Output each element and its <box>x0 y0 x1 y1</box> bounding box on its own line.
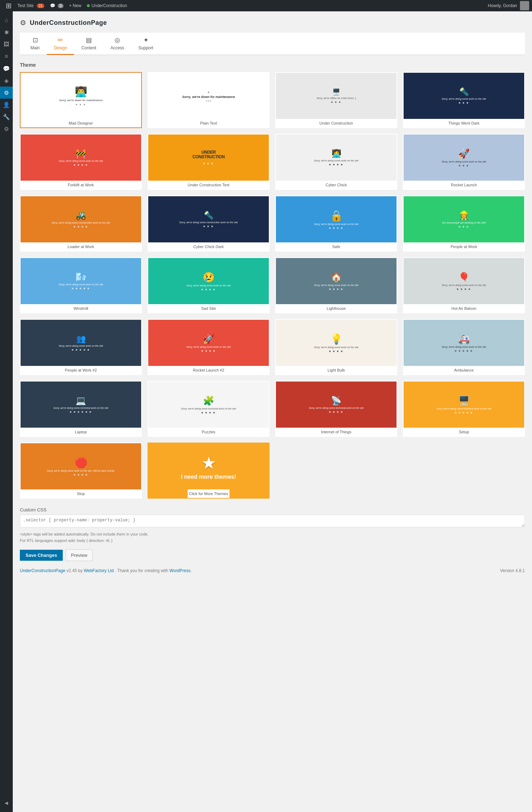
theme-rocket-launch[interactable]: 🚀 Sorry, we're doing some work on the si… <box>403 134 525 190</box>
tab-design[interactable]: ✏ Design <box>47 33 74 55</box>
theme-thumb-sad-site: 😢 Sorry, we're doing some work on the si… <box>148 258 269 304</box>
wp-logo[interactable]: ⊞ <box>3 0 15 11</box>
theme-name-safe: Safe <box>276 242 397 251</box>
custom-css-note-line2: For RTL languages support add: body { di… <box>20 538 112 543</box>
theme-loader[interactable]: 🚜 Sorry, we're doing some construction w… <box>20 196 142 252</box>
theme-things-went-dark[interactable]: 🔦 Sorry, we're doing some work on the si… <box>403 72 525 128</box>
theme-sad-site[interactable]: 😢 Sorry, we're doing some work on the si… <box>148 257 270 313</box>
tab-main[interactable]: ⊡ Main <box>23 33 47 55</box>
theme-setup[interactable]: 🖥️ Sorry, we're doing some technical wor… <box>403 381 525 437</box>
theme-name-sad-site: Sad Site <box>148 304 269 313</box>
theme-windmill[interactable]: 🌬️ Sorry, we're doing some work on the s… <box>20 257 142 313</box>
theme-thumb-people-at-work: 👷 Our best people are working on the sit… <box>404 196 524 242</box>
custom-css-section: Custom CSS <style> tags will be added au… <box>20 507 525 544</box>
theme-thumb-lighthouse: 🏠 Sorry, we're doing some work on the si… <box>276 258 397 304</box>
comment-icon: 💬 <box>50 3 55 8</box>
theme-lighthouse[interactable]: 🏠 Sorry, we're doing some work on the si… <box>275 257 397 313</box>
plugin-title: UnderConstructionPage <box>30 19 107 27</box>
user-avatar[interactable] <box>520 1 529 10</box>
site-name-link[interactable]: Test Site 21 <box>15 0 47 11</box>
theme-safe[interactable]: 🔒 Sorry, we're doing some work on the si… <box>275 196 397 252</box>
sidebar-item-plugins[interactable]: ⚙ <box>0 87 13 99</box>
sidebar-item-tools[interactable]: 🔧 <box>0 111 13 123</box>
tab-support-label: Support <box>138 45 153 50</box>
theme-name-laptop: Laptop <box>21 428 141 436</box>
tab-content-icon: ▤ <box>86 36 92 44</box>
tab-access[interactable]: ◎ Access <box>103 33 131 55</box>
sidebar-item-posts[interactable]: ✱ <box>0 26 13 38</box>
theme-thumb-forklift: 🚧 Sorry, we're doing some work on the si… <box>21 135 141 181</box>
plugin-link[interactable]: UnderConstruction <box>84 0 130 11</box>
tab-main-label: Main <box>31 45 40 50</box>
theme-thumb-laptop: 💻 Sorry, we're doing some technical work… <box>21 382 141 428</box>
theme-name-things-went-dark: Things Went Dark <box>404 119 524 127</box>
theme-stop[interactable]: 🛑 Sorry, we're doing some work on the si… <box>20 443 142 499</box>
admin-bar: ⊞ Test Site 21 💬 0 + New UnderConstructi… <box>0 0 532 11</box>
comments-link[interactable]: 💬 0 <box>47 0 66 11</box>
theme-laptop[interactable]: 💻 Sorry, we're doing some technical work… <box>20 381 142 437</box>
theme-hot-air-baloon[interactable]: 🎈 Sorry, we're doing some work on the si… <box>403 257 525 313</box>
theme-name-setup: Setup <box>404 428 524 436</box>
preview-button[interactable]: Preview <box>66 549 93 561</box>
sidebar-item-dashboard[interactable]: ⌂ <box>0 14 13 26</box>
tab-support[interactable]: ✦ Support <box>131 33 160 55</box>
footer-webfactory-link[interactable]: WebFactory Ltd <box>84 568 113 573</box>
theme-name-light-bulb: Light Bulb <box>276 366 397 374</box>
tab-main-icon: ⊡ <box>33 36 38 44</box>
sidebar-item-comments[interactable]: 💬 <box>0 62 13 75</box>
plugin-header: ⚙ UnderConstructionPage <box>20 18 525 27</box>
theme-name-plain-text: Plain Text <box>148 119 269 127</box>
sidebar-item-users[interactable]: 👤 <box>0 99 13 111</box>
theme-internet-of-things[interactable]: 📡 Sorry, we're doing some technical work… <box>275 381 397 437</box>
sidebar-item-pages[interactable]: ≡ <box>0 50 13 62</box>
theme-thumb-people-at-work-2: 👥 Sorry, we're doing some work on the si… <box>21 320 141 366</box>
theme-cyber-chick[interactable]: 👩‍💻 Sorry, we're doing some work on the … <box>275 134 397 190</box>
plugin-icon: ⚙ <box>20 18 26 27</box>
footer-plugin-link[interactable]: UnderConstructionPage <box>20 568 65 573</box>
theme-name-puzzles: Puzzles <box>148 428 269 436</box>
theme-thumb-rocket-launch-2: 🚀 Sorry, we're doing some work on the si… <box>148 320 269 366</box>
theme-mad-designer[interactable]: 👨‍💻 Sorry, we're down for maintenance ■ … <box>20 72 142 128</box>
new-content-link[interactable]: + New <box>66 0 84 11</box>
theme-thumb-plain-text: ● Sorry, we're down for maintenance ■ ■ … <box>148 73 269 119</box>
comments-badge: 0 <box>58 4 63 8</box>
theme-forklift[interactable]: 🚧 Sorry, we're doing some work on the si… <box>20 134 142 190</box>
admin-footer: UnderConstructionPage v2.45 by WebFactor… <box>20 568 525 573</box>
theme-name-people-at-work: People at Work <box>404 242 524 251</box>
plugin-name: UnderConstruction <box>92 3 127 8</box>
theme-people-at-work-2[interactable]: 👥 Sorry, we're doing some work on the si… <box>20 319 142 375</box>
theme-puzzles[interactable]: 🧩 Sorry, we're doing some technical work… <box>148 381 270 437</box>
save-changes-button[interactable]: Save Changes <box>20 550 63 561</box>
sidebar-item-settings[interactable]: ⚙ <box>0 123 13 135</box>
sidebar-item-media[interactable]: 🖼 <box>0 38 13 50</box>
theme-cyber-chick-dark[interactable]: 🔦 Sorry, we're doing some construction w… <box>148 196 270 252</box>
theme-more-themes[interactable]: ★ I need more themes! Click for More The… <box>148 443 270 499</box>
theme-thumb-mad-designer: 👨‍💻 Sorry, we're down for maintenance ■ … <box>21 73 141 119</box>
theme-thumb-loader: 🚜 Sorry, we're doing some construction w… <box>21 196 141 242</box>
theme-people-at-work[interactable]: 👷 Our best people are working on the sit… <box>403 196 525 252</box>
theme-ambulance[interactable]: 🚑 Sorry, we're doing some work on the si… <box>403 319 525 375</box>
tab-support-icon: ✦ <box>143 36 149 44</box>
footer-wordpress-link[interactable]: WordPress <box>170 568 190 573</box>
action-buttons: Save Changes Preview <box>20 549 525 561</box>
tab-design-label: Design <box>54 45 67 50</box>
sidebar-collapse-button[interactable]: ◄ <box>0 797 13 809</box>
theme-plain-text[interactable]: ● Sorry, we're down for maintenance ■ ■ … <box>148 72 270 128</box>
theme-thumb-light-bulb: 💡 Sorry, we're doing some work on the si… <box>276 320 397 366</box>
more-themes-text: I need more themes! <box>181 474 236 480</box>
theme-rocket-launch-2[interactable]: 🚀 Sorry, we're doing some work on the si… <box>148 319 270 375</box>
howdy-text: Howdy, Gordan <box>485 3 520 8</box>
theme-under-construction[interactable]: 🖥️ Sorry, we're offline for a few hours … <box>275 72 397 128</box>
theme-under-construction-text[interactable]: UNDERCONSTRUCTION ■ ■ ■ Under Constructi… <box>148 134 270 190</box>
theme-thumb-puzzles: 🧩 Sorry, we're doing some technical work… <box>148 382 269 428</box>
theme-light-bulb[interactable]: 💡 Sorry, we're doing some work on the si… <box>275 319 397 375</box>
theme-name-hot-air-baloon: Hot Air Baloon <box>404 304 524 313</box>
theme-thumb-internet-of-things: 📡 Sorry, we're doing some technical work… <box>276 382 397 428</box>
sidebar-item-appearance[interactable]: ◈ <box>0 75 13 87</box>
tab-content[interactable]: ▤ Content <box>74 33 103 55</box>
theme-name-rocket-launch: Rocket Launch <box>404 181 524 189</box>
theme-thumb-stop: 🛑 Sorry, we're doing some work on the si… <box>21 443 141 489</box>
theme-name-people-at-work-2: People at Work #2 <box>21 366 141 374</box>
theme-thumb-under-construction: 🖥️ Sorry, we're offline for a few hours … <box>276 73 397 119</box>
custom-css-input[interactable] <box>20 515 525 527</box>
